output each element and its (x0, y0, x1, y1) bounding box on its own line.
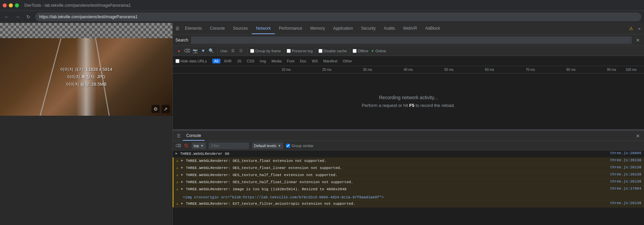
expand-arrow-2[interactable]: ► (181, 166, 183, 170)
network-search-bar: Search ✕ (173, 34, 644, 46)
separator-3 (284, 48, 284, 54)
hide-data-urls-checkbox[interactable] (175, 59, 180, 63)
console-tab[interactable]: Console (183, 131, 205, 141)
tab-sources[interactable]: Sources (229, 23, 252, 34)
warning-icon-2: ⚠ (176, 166, 178, 170)
address-bar[interactable]: https://lab.tekville.com/panolens/test/i… (35, 12, 641, 21)
tab-application[interactable]: Application (329, 23, 357, 34)
minimize-window-btn[interactable] (9, 3, 13, 7)
filter-manifest[interactable]: Manifest (321, 59, 339, 63)
disable-cache-checkbox[interactable] (318, 49, 323, 53)
network-status-text: Recording network activity... (379, 95, 438, 100)
clear-button[interactable]: ⌫ (184, 48, 190, 54)
settings-icon[interactable]: ⚙ (151, 105, 160, 113)
msg-source-3[interactable]: three.js:20138 (610, 172, 641, 176)
console-message-0: ► THREE.WebGLRenderer 90 three.js:20895 (173, 150, 644, 158)
top-context-dropdown[interactable]: top ▼ (192, 142, 206, 149)
tick-10ms: 10 ms (282, 68, 291, 72)
msg-source-2[interactable]: three.js:20138 (610, 165, 641, 169)
console-menu-icon[interactable]: ☰ (175, 133, 182, 139)
filter-js[interactable]: JS (235, 59, 243, 63)
warning-icon[interactable]: ⚠ (628, 25, 635, 32)
back-button[interactable]: ← (3, 13, 11, 21)
tick-100ms: 100 ms (625, 68, 637, 72)
console-message-3: ⚠ ► THREE.WebGLRenderer: OES_texture_hal… (173, 172, 644, 179)
tab-memory[interactable]: Memory (306, 23, 329, 34)
view-list-icon[interactable]: ☰ (230, 48, 236, 54)
console-close-icon[interactable]: ✕ (635, 133, 641, 139)
expand-arrow-6[interactable]: ► (181, 202, 183, 205)
devtools-menu-icon[interactable]: ☰ (174, 25, 181, 32)
expand-arrow-4[interactable]: ► (181, 180, 183, 184)
expand-arrow-5[interactable]: ► (181, 187, 183, 191)
more-tabs-icon[interactable]: » (636, 25, 643, 32)
url-text: https://lab.tekville.com/panolens/test/i… (39, 15, 138, 19)
levels-label: Default levels (254, 144, 276, 148)
offline-checkbox[interactable] (353, 49, 357, 53)
filter-all[interactable]: All (212, 59, 220, 63)
msg-source-6[interactable]: three.js:20138 (610, 201, 641, 205)
msg-source-4[interactable]: three.js:20138 (610, 179, 641, 184)
forward-button[interactable]: → (14, 13, 22, 21)
warning-icon-4: ⚠ (176, 180, 178, 184)
tab-audits[interactable]: Audits (380, 23, 399, 34)
preserve-log-checkbox[interactable] (287, 49, 291, 53)
msg-text-2: THREE.WebGLRenderer: OES_texture_float_l… (186, 165, 606, 171)
filter-button[interactable]: ▼ (200, 48, 207, 54)
close-window-btn[interactable] (3, 3, 7, 7)
tick-40ms: 40 ms (404, 68, 413, 72)
maximize-window-btn[interactable] (15, 3, 19, 7)
panorama-image[interactable]: 이미지 크기: 11828 x 5914 이미지 확장자: JPG 이미지 용량… (0, 38, 172, 116)
filter-font[interactable]: Font (285, 59, 296, 63)
hide-data-urls-label: Hide data URLs (181, 59, 207, 63)
search-button[interactable]: 🔍 (208, 48, 215, 54)
tab-console[interactable]: Console (206, 23, 229, 34)
record-button[interactable]: ● (175, 48, 182, 54)
warning-icon-3: ⚠ (176, 173, 178, 177)
filter-css[interactable]: CSS (245, 59, 257, 63)
filter-ws[interactable]: WS (310, 59, 320, 63)
tab-network[interactable]: Network (252, 23, 275, 34)
separator-4 (315, 48, 316, 54)
group-by-frame-group: Group by frame (250, 49, 281, 53)
screenshot-button[interactable]: 📷 (192, 48, 198, 54)
expand-arrow-3[interactable]: ► (181, 173, 183, 177)
refresh-button[interactable]: ↻ (24, 13, 32, 21)
filter-img[interactable]: Img (258, 59, 268, 63)
devtools-tab-bar: ☰ Elements Console Sources Network Perfo… (173, 23, 644, 34)
search-input[interactable] (191, 36, 632, 44)
tab-webvr[interactable]: WebVR (399, 23, 421, 34)
tab-adblock[interactable]: AdBlock (421, 23, 444, 34)
tab-elements[interactable]: Elements (181, 23, 206, 34)
fullscreen-icon[interactable]: ⇗ (162, 105, 170, 113)
msg-source-0[interactable]: three.js:20895 (610, 151, 641, 155)
msg-source-5[interactable]: three.js:17684 (610, 187, 641, 191)
filter-xhr[interactable]: XHR (222, 59, 234, 63)
group-similar-label: Group similar (291, 144, 313, 148)
filter-media[interactable]: Media (269, 59, 284, 63)
expand-arrow-1[interactable]: ► (181, 159, 183, 163)
disable-cache-group: Disable cache (318, 49, 347, 53)
group-by-frame-checkbox[interactable] (250, 49, 254, 53)
search-close-icon[interactable]: ✕ (635, 37, 641, 44)
console-clear-icon[interactable]: ⌫ (175, 143, 181, 148)
console-message-5: ⚠ ► THREE.WebGLRenderer: image is too bi… (173, 186, 644, 200)
devtools-right-controls: ⚠ » (628, 25, 643, 32)
filter-other[interactable]: Other (341, 59, 354, 63)
preserve-log-group: Preserve log (287, 49, 313, 53)
network-filter-bar: Hide data URLs All XHR JS CSS Img Media … (173, 56, 644, 66)
console-filter-icon[interactable]: 🚫 (184, 143, 189, 148)
expand-arrow-0[interactable]: ► (175, 152, 177, 156)
separator-5 (350, 48, 350, 54)
tab-performance[interactable]: Performance (275, 23, 306, 34)
levels-dropdown[interactable]: Default levels ▼ (252, 142, 283, 149)
group-similar-checkbox[interactable] (286, 144, 290, 148)
view-group-icon[interactable]: ☷ (238, 48, 244, 54)
filter-doc[interactable]: Doc (298, 59, 309, 63)
tab-security[interactable]: Security (357, 23, 380, 34)
console-panel: ☰ Console ✕ ⌫ 🚫 top ▼ Default levels (173, 131, 644, 225)
msg-source-1[interactable]: three.js:20138 (610, 158, 641, 162)
tick-50ms: 50 ms (444, 68, 453, 72)
console-message-2: ⚠ ► THREE.WebGLRenderer: OES_texture_flo… (173, 165, 644, 172)
console-filter-input[interactable] (209, 142, 249, 149)
